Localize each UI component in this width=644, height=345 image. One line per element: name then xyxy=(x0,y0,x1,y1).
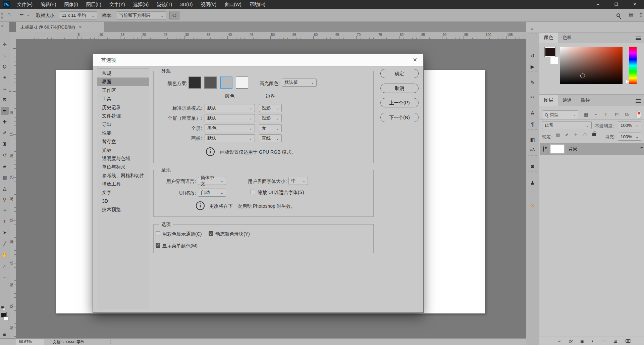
filter-smart-objects-icon[interactable]: ⧉ xyxy=(625,112,629,117)
ruler-origin-corner[interactable] xyxy=(9,32,16,39)
menu-item[interactable]: 滤镜(T) xyxy=(153,0,176,9)
delete-layer-icon[interactable]: ⌫ xyxy=(625,339,631,344)
menu-item[interactable]: 帮助(H) xyxy=(246,0,269,9)
search-icon[interactable] xyxy=(616,13,620,18)
adjustments-panel-icon[interactable]: ◙ xyxy=(526,163,539,169)
nav-item-历史记录[interactable]: 历史记录 xyxy=(97,103,149,112)
layer-effects-icon[interactable]: fx xyxy=(569,339,573,344)
path-select-tool[interactable]: ➤ xyxy=(1,229,9,237)
menu-item[interactable]: 文字(Y) xyxy=(105,0,129,9)
menu-item[interactable]: 选择(S) xyxy=(129,0,153,9)
nav-item-导出[interactable]: 导出 xyxy=(97,120,149,129)
nav-item-参考线、网格和切片[interactable]: 参考线、网格和切片 xyxy=(97,171,149,180)
dialog-title-bar[interactable]: 首选项 ✕ xyxy=(93,54,423,66)
background-color-swatch[interactable] xyxy=(550,57,558,64)
home-icon[interactable]: ⌂ xyxy=(7,11,11,17)
color-scheme-swatch[interactable] xyxy=(236,77,248,89)
add-mask-icon[interactable]: ▣ xyxy=(580,339,584,344)
blend-mode-select[interactable]: 正常 xyxy=(542,121,592,129)
filter-type-layers-icon[interactable]: T xyxy=(604,112,607,117)
nav-item-透明度与色域[interactable]: 透明度与色域 xyxy=(97,154,149,163)
nav-item-光标[interactable]: 光标 xyxy=(97,146,149,154)
menu-item[interactable]: 窗口(W) xyxy=(220,0,246,9)
opacity-select[interactable]: 100% xyxy=(618,121,641,129)
history-panel-icon[interactable]: ↺ xyxy=(526,53,539,59)
option-checkbox[interactable]: ✓ xyxy=(156,243,160,248)
lock-pixels-icon[interactable]: ✐ xyxy=(565,133,569,137)
adjustment-layer-icon[interactable]: ◐ xyxy=(591,339,594,344)
filter-adjustment-layers-icon[interactable]: ◔ xyxy=(594,112,597,117)
menu-item[interactable]: 编辑(E) xyxy=(37,0,60,9)
pen-tool[interactable]: ✑ xyxy=(1,206,9,214)
color-saturation-field[interactable] xyxy=(560,47,623,84)
nav-item-工作区[interactable]: 工作区 xyxy=(97,86,149,95)
hue-slider-handle[interactable] xyxy=(626,80,629,83)
ui-scale-select[interactable]: 自动 xyxy=(198,189,226,197)
cancel-button[interactable]: 取消 xyxy=(380,84,419,93)
nav-item-常规[interactable]: 常规 xyxy=(97,69,149,78)
frame-tool[interactable]: ⊠ xyxy=(1,96,9,104)
options-bar-drag-handle[interactable] xyxy=(1,12,3,19)
nav-item-技术预览[interactable]: 技术预览 xyxy=(97,205,149,214)
nav-item-性能[interactable]: 性能 xyxy=(97,129,149,137)
tab-色板[interactable]: 色板 xyxy=(558,33,576,43)
sample-select[interactable]: 当前和下方图层 xyxy=(116,11,166,19)
clone-source-panel-icon[interactable]: ⚏ xyxy=(526,93,539,99)
close-panel-icon[interactable]: ✕ xyxy=(526,203,539,209)
sample-size-select[interactable]: 11 x 11 平均 xyxy=(59,11,97,19)
brush-tool[interactable]: ✐ xyxy=(1,129,9,137)
eyedropper-tool[interactable]: ✒ xyxy=(1,107,9,115)
filter-pixel-layers-icon[interactable]: ▦ xyxy=(584,112,588,117)
shape-tool[interactable]: ╱ xyxy=(1,240,9,248)
tab-图层[interactable]: 图层 xyxy=(539,95,558,106)
brush-settings-panel-icon[interactable]: ✎ xyxy=(526,80,539,86)
color-scheme-swatch[interactable] xyxy=(189,77,201,89)
menu-item[interactable]: 图像(I) xyxy=(60,0,82,9)
next-button[interactable]: 下一个(N) xyxy=(380,113,419,122)
nav-item-工具[interactable]: 工具 xyxy=(97,95,149,103)
border-select[interactable]: 投影 xyxy=(259,104,282,112)
panel-menu-icon[interactable] xyxy=(636,99,641,100)
tab-close-icon[interactable]: × xyxy=(79,24,82,30)
clone-stamp-tool[interactable]: ♜ xyxy=(1,140,9,148)
blur-tool[interactable]: △ xyxy=(1,184,9,192)
smiley-button[interactable]: ☺ xyxy=(169,11,179,20)
foreground-color-swatch[interactable] xyxy=(545,47,555,57)
move-tool[interactable]: ✛ xyxy=(1,40,9,48)
layer-filter-select[interactable]: 类型⌄ xyxy=(542,110,578,119)
scale-ui-checkbox[interactable] xyxy=(251,190,255,194)
restore-icon[interactable]: ❐ xyxy=(607,0,626,9)
background-layer-row[interactable]: 背景 xyxy=(540,143,644,155)
foreground-background-swatches[interactable] xyxy=(1,312,9,323)
ok-button[interactable]: 确定 xyxy=(380,69,419,78)
nav-item-3D[interactable]: 3D xyxy=(97,197,149,205)
lock-position-icon[interactable]: ✛ xyxy=(574,133,578,137)
color-scheme-swatch[interactable] xyxy=(204,77,217,89)
layer-filter-toggle[interactable] xyxy=(637,111,641,119)
actions-panel-icon[interactable]: ▶ xyxy=(526,64,539,70)
border-select[interactable]: 投影 xyxy=(259,114,282,122)
character-panel-icon[interactable]: A xyxy=(526,110,539,116)
libraries-panel-icon[interactable]: ♟ xyxy=(526,180,539,186)
minimize-icon[interactable]: – xyxy=(589,0,607,9)
marquee-tool[interactable]: ◌ xyxy=(1,51,9,59)
lock-transparency-icon[interactable]: ▨ xyxy=(556,133,560,137)
healing-brush-tool[interactable]: ✚ xyxy=(1,118,9,126)
nav-item-增效工具[interactable]: 增效工具 xyxy=(97,180,149,188)
paragraph-panel-icon[interactable]: ¶ xyxy=(526,121,539,127)
color-select[interactable]: 默认 xyxy=(205,104,255,112)
border-select[interactable]: 直线 xyxy=(259,134,282,142)
lock-all-icon[interactable] xyxy=(592,133,596,137)
hand-tool[interactable]: ✋ xyxy=(1,251,9,259)
new-group-icon[interactable]: ▭ xyxy=(602,339,606,344)
dock-collapse-icon[interactable]: « xyxy=(531,26,533,31)
properties-panel-icon[interactable]: ◧ xyxy=(526,137,539,143)
nav-item-文件处理[interactable]: 文件处理 xyxy=(97,112,149,120)
zoom-tool[interactable]: ⌕ xyxy=(1,262,9,270)
prev-button[interactable]: 上一个(P) xyxy=(380,98,419,107)
toolbar-collapse-icon[interactable]: » xyxy=(1,23,3,28)
menu-item[interactable]: 3D(D) xyxy=(176,0,197,9)
color-select[interactable]: 默认 xyxy=(205,114,255,122)
crop-tool[interactable]: ⌗ xyxy=(1,85,9,93)
color-select[interactable]: 默认 xyxy=(205,134,255,142)
